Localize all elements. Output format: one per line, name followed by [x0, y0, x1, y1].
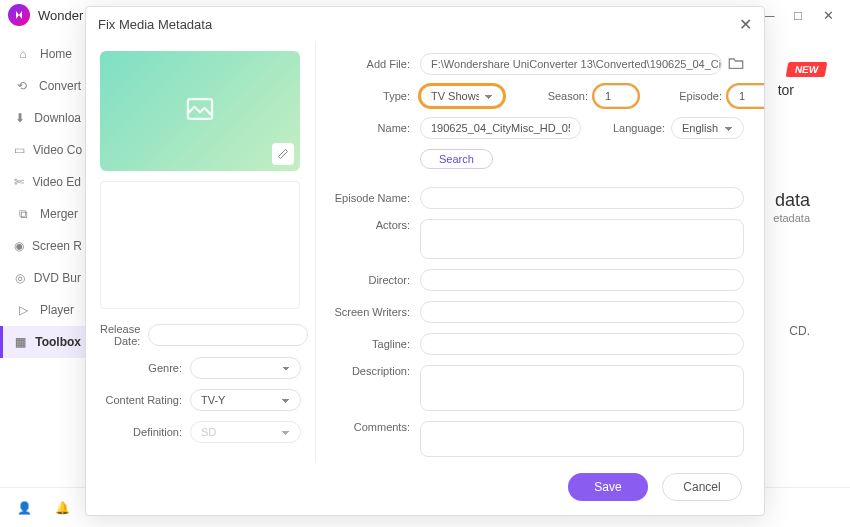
episode-label: Episode:: [638, 90, 728, 102]
release-date-label: Release Date:: [100, 323, 148, 347]
compress-icon: ▭: [14, 141, 25, 159]
scissors-icon: ✄: [14, 173, 25, 191]
sidebar-item-merger[interactable]: ⧉Merger: [0, 198, 89, 230]
description-label: Description:: [330, 365, 420, 377]
sidebar-item-dvd-burner[interactable]: ◎DVD Bur: [0, 262, 89, 294]
description-input[interactable]: [420, 365, 744, 411]
edit-preview-button[interactable]: [272, 143, 294, 165]
actors-label: Actors:: [330, 219, 420, 231]
maximize-button[interactable]: □: [790, 8, 806, 23]
obscured-text: CD.: [789, 324, 810, 338]
user-icon[interactable]: 👤: [14, 498, 34, 518]
home-icon: ⌂: [14, 45, 32, 63]
sidebar-item-label: Home: [40, 47, 72, 61]
director-input[interactable]: [420, 269, 744, 291]
sidebar-item-downloader[interactable]: ⬇Downloa: [0, 102, 89, 134]
modal-right-panel: Add File: F:\Wondershare UniConverter 13…: [316, 41, 764, 463]
sidebar-item-converter[interactable]: ⟲Convert: [0, 70, 89, 102]
modal-title-bar: Fix Media Metadata ✕: [86, 7, 764, 41]
content-rating-label: Content Rating:: [100, 394, 190, 406]
record-icon: ◉: [14, 237, 24, 255]
sidebar-item-toolbox[interactable]: ▦Toolbox: [0, 326, 89, 358]
image-placeholder-icon: [186, 98, 214, 123]
modal-close-button[interactable]: ✕: [739, 15, 752, 34]
name-input[interactable]: [420, 117, 581, 139]
add-file-label: Add File:: [330, 58, 420, 70]
sidebar-item-label: Video Co: [33, 143, 82, 157]
modal-footer: Save Cancel: [86, 463, 764, 515]
modal-title: Fix Media Metadata: [98, 17, 212, 32]
file-path-display[interactable]: F:\Wondershare UniConverter 13\Converted…: [420, 53, 722, 75]
screen-writers-label: Screen Writers:: [330, 306, 420, 318]
disc-icon: ◎: [14, 269, 26, 287]
tagline-label: Tagline:: [330, 338, 420, 350]
fix-metadata-modal: Fix Media Metadata ✕ Release Date: Genre…: [85, 6, 765, 516]
app-logo: [8, 4, 30, 26]
sidebar-item-label: Merger: [40, 207, 78, 221]
genre-label: Genre:: [100, 362, 190, 374]
search-button[interactable]: Search: [420, 149, 493, 169]
save-button[interactable]: Save: [568, 473, 648, 501]
obscured-text: etadata: [773, 212, 810, 224]
download-icon: ⬇: [14, 109, 26, 127]
folder-icon[interactable]: [728, 56, 744, 73]
definition-label: Definition:: [100, 426, 190, 438]
sidebar-item-screen-recorder[interactable]: ◉Screen R: [0, 230, 89, 262]
sidebar-item-label: Screen R: [32, 239, 82, 253]
comments-input[interactable]: [420, 421, 744, 457]
sidebar-item-video-compressor[interactable]: ▭Video Co: [0, 134, 89, 166]
genre-select[interactable]: [190, 357, 301, 379]
cancel-button[interactable]: Cancel: [662, 473, 742, 501]
sidebar-item-label: Video Ed: [33, 175, 82, 189]
sidebar-item-home[interactable]: ⌂Home: [0, 38, 89, 70]
episode-input[interactable]: [728, 85, 764, 107]
sidebar-item-label: Convert: [39, 79, 81, 93]
type-select[interactable]: TV Shows: [420, 85, 504, 107]
season-label: Season:: [504, 90, 594, 102]
episode-name-label: Episode Name:: [330, 192, 420, 204]
sidebar-item-player[interactable]: ▷Player: [0, 294, 89, 326]
language-select[interactable]: English: [671, 117, 744, 139]
convert-icon: ⟲: [14, 77, 31, 95]
definition-select: SD: [190, 421, 301, 443]
sidebar-item-label: Downloa: [34, 111, 81, 125]
play-icon: ▷: [14, 301, 32, 319]
sidebar-item-label: DVD Bur: [34, 271, 81, 285]
episode-name-input[interactable]: [420, 187, 744, 209]
sidebar-item-video-editor[interactable]: ✄Video Ed: [0, 166, 89, 198]
sidebar-item-label: Toolbox: [35, 335, 81, 349]
tagline-input[interactable]: [420, 333, 744, 355]
screen-writers-input[interactable]: [420, 301, 744, 323]
bell-icon[interactable]: 🔔: [52, 498, 72, 518]
director-label: Director:: [330, 274, 420, 286]
release-date-input[interactable]: [148, 324, 308, 346]
comments-label: Comments:: [330, 421, 420, 433]
actors-input[interactable]: [420, 219, 744, 259]
secondary-preview: [100, 181, 300, 309]
sidebar-item-label: Player: [40, 303, 74, 317]
name-label: Name:: [330, 122, 420, 134]
language-label: Language:: [581, 122, 671, 134]
type-label: Type:: [330, 90, 420, 102]
modal-left-panel: Release Date: Genre: Content Rating:TV-Y…: [86, 41, 316, 463]
season-input[interactable]: [594, 85, 638, 107]
media-preview: [100, 51, 300, 171]
grid-icon: ▦: [14, 333, 27, 351]
close-button[interactable]: ✕: [820, 8, 836, 23]
sidebar: ⌂Home ⟲Convert ⬇Downloa ▭Video Co ✄Video…: [0, 30, 90, 527]
obscured-text: tor: [778, 82, 794, 98]
new-badge: NEW: [785, 62, 827, 77]
obscured-text: data: [775, 190, 810, 211]
merge-icon: ⧉: [14, 205, 32, 223]
content-rating-select[interactable]: TV-Y: [190, 389, 301, 411]
app-title: Wonder: [38, 8, 83, 23]
